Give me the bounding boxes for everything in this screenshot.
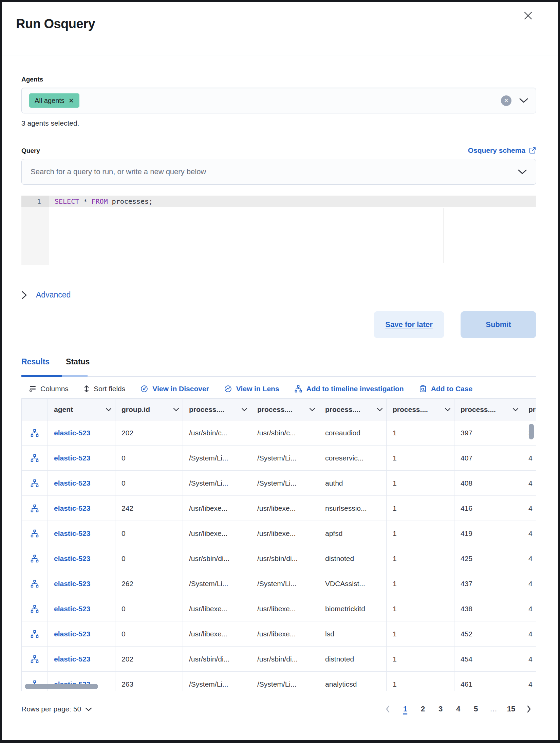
analyze-event-icon[interactable]: [22, 496, 48, 521]
chevron-right-icon: [21, 291, 27, 300]
analyze-event-icon[interactable]: [22, 546, 48, 571]
columns-button[interactable]: Columns: [29, 385, 69, 393]
agent-link[interactable]: elastic-523: [48, 647, 115, 672]
chevron-down-icon[interactable]: [518, 169, 527, 175]
table-cell: /System/Li...: [183, 571, 251, 596]
agent-link[interactable]: elastic-523: [48, 546, 115, 571]
agent-badge[interactable]: All agents ✕: [29, 93, 79, 108]
next-page-icon[interactable]: [521, 702, 536, 717]
close-icon[interactable]: [523, 11, 533, 21]
table-cell: VDCAssist...: [319, 571, 387, 596]
add-to-case-label: Add to Case: [431, 385, 473, 393]
analyze-event-icon[interactable]: [22, 571, 48, 596]
agent-link[interactable]: elastic-523: [48, 621, 115, 647]
agent-link[interactable]: elastic-523: [48, 571, 115, 596]
chevron-down-icon[interactable]: [519, 97, 528, 104]
query-code-editor[interactable]: 1 SELECT * FROM processes;: [21, 196, 536, 265]
table-cell: /usr/sbin/di...: [251, 546, 319, 571]
column-header-process....[interactable]: process....: [522, 399, 536, 420]
table-cell: 419: [454, 521, 522, 546]
page-button-3[interactable]: 3: [433, 702, 448, 717]
column-header-process....[interactable]: process....: [454, 399, 522, 420]
page-button-15[interactable]: 15: [504, 702, 519, 717]
control-column-header: [22, 399, 48, 420]
osquery-schema-link-label: Osquery schema: [468, 146, 525, 155]
add-to-timeline-button[interactable]: Add to timeline investigation: [294, 385, 404, 393]
view-in-discover-button[interactable]: View in Discover: [140, 385, 209, 393]
column-header-process....[interactable]: process....: [319, 399, 387, 420]
tab-results[interactable]: Results: [21, 357, 50, 366]
editor-line-number: 1: [21, 197, 49, 205]
rows-per-page-button[interactable]: Rows per page: 50: [21, 705, 92, 713]
column-header-process....[interactable]: process....: [251, 399, 319, 420]
page-button-2[interactable]: 2: [415, 702, 430, 717]
query-search-input[interactable]: [31, 167, 502, 176]
sort-fields-label: Sort fields: [94, 385, 125, 393]
vertical-scrollbar-thumb[interactable]: [529, 424, 534, 439]
results-status-tabs: Results Status: [21, 357, 536, 377]
editor-code-text[interactable]: SELECT * FROM processes;: [49, 197, 153, 205]
column-header-agent[interactable]: agent: [48, 399, 115, 420]
timeline-investigation-icon: [294, 385, 302, 393]
analyze-event-icon[interactable]: [22, 446, 48, 471]
osquery-schema-link[interactable]: Osquery schema: [468, 146, 536, 155]
save-for-later-button[interactable]: Save for later: [374, 311, 444, 338]
view-in-lens-label: View in Lens: [236, 385, 279, 393]
table-cell: distnoted: [319, 546, 387, 571]
analyze-event-icon[interactable]: [22, 647, 48, 672]
agent-link[interactable]: elastic-523: [48, 471, 115, 496]
agent-link[interactable]: elastic-523: [48, 521, 115, 546]
analyze-event-icon[interactable]: [22, 471, 48, 496]
table-header-row: agentgroup.idprocess....process....proce…: [22, 399, 536, 420]
column-header-group.id[interactable]: group.id: [115, 399, 183, 420]
lens-icon: [224, 385, 232, 393]
table-row: elastic-5230/usr/libexe.../usr/libexe...…: [22, 596, 536, 621]
table-cell: 397: [454, 420, 522, 446]
add-to-case-button[interactable]: Add to Case: [419, 385, 473, 393]
table-cell: 452: [454, 621, 522, 647]
query-label: Query: [21, 147, 40, 155]
previous-page-icon[interactable]: [380, 702, 395, 717]
table-cell: /System/Li...: [251, 446, 319, 471]
query-search-field[interactable]: [21, 159, 536, 185]
analyze-event-icon[interactable]: [22, 420, 48, 446]
table-cell: 4: [522, 446, 536, 471]
table-cell: 202: [115, 647, 183, 672]
analyze-event-icon[interactable]: [22, 521, 48, 546]
table-cell: 1: [387, 521, 454, 546]
agent-link[interactable]: elastic-523: [48, 446, 115, 471]
agent-badge-label: All agents: [35, 97, 64, 105]
column-header-process....[interactable]: process....: [387, 399, 454, 420]
table-row: elastic-5230/usr/libexe.../usr/libexe...…: [22, 521, 536, 546]
table-cell: 4: [522, 571, 536, 596]
table-cell: 202: [115, 420, 183, 446]
sort-fields-button[interactable]: Sort fields: [83, 385, 125, 393]
table-cell: /usr/sbin/c...: [251, 420, 319, 446]
table-cell: distnoted: [319, 647, 387, 672]
table-cell: /usr/libexe...: [183, 496, 251, 521]
horizontal-scrollbar-thumb[interactable]: [25, 684, 98, 689]
page-button-5[interactable]: 5: [468, 702, 483, 717]
advanced-accordion-toggle[interactable]: Advanced: [21, 290, 536, 300]
submit-button[interactable]: Submit: [461, 311, 536, 338]
table-row: elastic-523262/System/Li.../System/Li...…: [22, 571, 536, 596]
agent-link[interactable]: elastic-523: [48, 420, 115, 446]
table-cell: /System/Li...: [251, 672, 319, 691]
column-header-process....[interactable]: process....: [183, 399, 251, 420]
agent-link[interactable]: elastic-523: [48, 596, 115, 621]
table-cell: 1: [387, 496, 454, 521]
badge-remove-icon[interactable]: ✕: [69, 97, 74, 104]
agent-link[interactable]: elastic-523: [48, 496, 115, 521]
analyze-event-icon[interactable]: [22, 621, 48, 647]
tab-status[interactable]: Status: [66, 357, 90, 366]
page-button-1[interactable]: 1: [398, 702, 413, 717]
clear-selection-icon[interactable]: ✕: [501, 95, 511, 106]
table-cell: 461: [454, 672, 522, 691]
table-cell: 262: [115, 571, 183, 596]
page-button-4[interactable]: 4: [451, 702, 466, 717]
agents-combobox[interactable]: All agents ✕ ✕: [21, 88, 536, 113]
flyout-header: Run Osquery: [2, 2, 558, 55]
view-in-lens-button[interactable]: View in Lens: [224, 385, 279, 393]
analyze-event-icon[interactable]: [22, 596, 48, 621]
table-cell: 0: [115, 471, 183, 496]
